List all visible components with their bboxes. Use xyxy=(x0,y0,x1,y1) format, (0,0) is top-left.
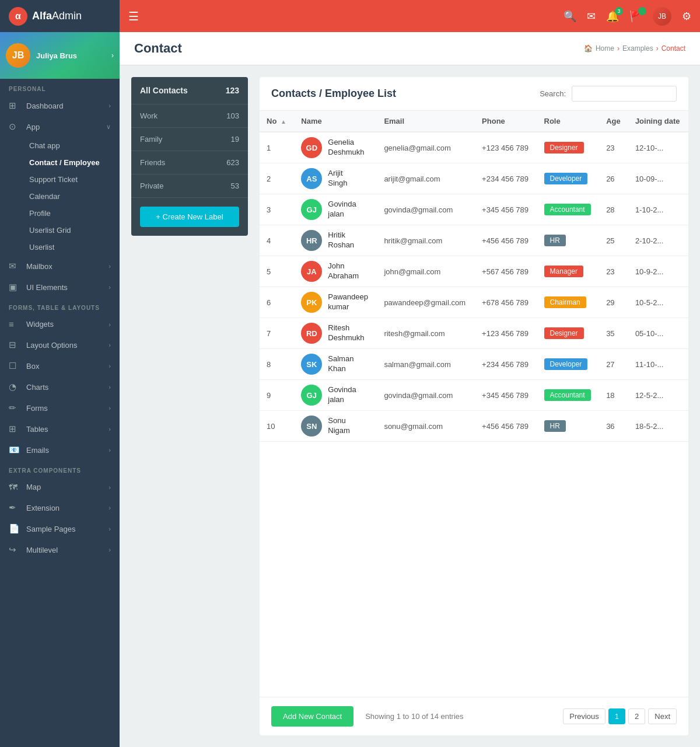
create-label-button[interactable]: + Create New Label xyxy=(140,207,239,227)
sidebar-item-forms[interactable]: ✏ Forms › xyxy=(0,397,120,418)
cell-joining-10: 18-5-2... xyxy=(628,411,688,442)
flag-icon[interactable]: 🚩 xyxy=(629,10,642,23)
table-row[interactable]: 3 GJ Govindajalan govinda@gmail.com +345… xyxy=(260,194,688,225)
emp-name-2: ArijitSingh xyxy=(328,169,347,189)
col-name[interactable]: Name xyxy=(294,111,377,132)
cell-joining-7: 05-10-... xyxy=(628,318,688,349)
role-badge-3: Accountant xyxy=(544,204,591,215)
dashboard-label: Dashboard xyxy=(26,102,64,110)
header-right: ☰ 🔍 ✉ 🔔 3 🚩 JB ⚙ xyxy=(120,7,700,26)
category-friends[interactable]: Friends 623 xyxy=(131,151,248,174)
sidebar-item-emails[interactable]: 📧 Emails › xyxy=(0,439,120,460)
widgets-icon: ≡ xyxy=(9,319,22,329)
table-row[interactable]: 2 AS ArijitSingh arijit@gmail.com +234 4… xyxy=(260,163,688,194)
search-label: Search: xyxy=(540,89,566,98)
col-age[interactable]: Age xyxy=(599,111,628,132)
search-input[interactable] xyxy=(572,86,677,102)
category-work[interactable]: Work 103 xyxy=(131,104,248,128)
layout-arrow: › xyxy=(108,341,111,348)
settings-icon[interactable]: ⚙ xyxy=(682,10,691,23)
table-row[interactable]: 5 JA JohnAbraham john@gmail.com +567 456… xyxy=(260,256,688,287)
hamburger-icon[interactable]: ☰ xyxy=(128,9,139,23)
cell-role-3: Accountant xyxy=(537,194,600,225)
col-phone[interactable]: Phone xyxy=(475,111,537,132)
emp-avatar-1: GD xyxy=(301,137,322,158)
user-avatar-header[interactable]: JB xyxy=(653,7,671,26)
table-row[interactable]: 10 SN SonuNigam sonu@gmail.com +456 456 … xyxy=(260,411,688,442)
bell-icon[interactable]: 🔔 3 xyxy=(606,10,619,23)
app-label: App xyxy=(26,123,40,131)
cell-phone-8: +234 456 789 xyxy=(475,349,537,380)
table-row[interactable]: 9 GJ Govindajalan govinda@gmail.com +345… xyxy=(260,380,688,411)
col-joining[interactable]: Joining date xyxy=(628,111,688,132)
cell-age-7: 35 xyxy=(599,318,628,349)
sidebar-item-multilevel[interactable]: ↪ Multilevel › xyxy=(0,539,120,560)
emp-name-10: SonuNigam xyxy=(328,416,350,436)
sidebar-item-dashboard[interactable]: ⊞ Dashboard › xyxy=(0,95,120,116)
cell-role-1: Designer xyxy=(537,132,600,163)
sidebar-item-contact-employee[interactable]: Contact / Employee xyxy=(23,154,120,171)
table-row[interactable]: 6 PK Pawandeepkumar pawandeep@gmail.com … xyxy=(260,287,688,318)
cell-age-10: 36 xyxy=(599,411,628,442)
cell-no-7: 7 xyxy=(260,318,294,349)
friends-label: Friends xyxy=(140,158,165,167)
breadcrumb-examples[interactable]: Examples xyxy=(622,44,653,53)
sidebar-item-sample-pages[interactable]: 📄 Sample Pages › xyxy=(0,518,120,539)
sidebar-item-widgets[interactable]: ≡ Widgets › xyxy=(0,314,120,334)
sidebar-item-profile[interactable]: Profile xyxy=(23,205,120,222)
add-contact-button[interactable]: Add New Contact xyxy=(271,706,354,727)
sidebar-item-charts[interactable]: ◔ Charts › xyxy=(0,376,120,397)
category-private[interactable]: Private 53 xyxy=(131,174,248,198)
sidebar-item-userlist[interactable]: Userlist xyxy=(23,239,120,256)
page-1-button[interactable]: 1 xyxy=(608,708,625,724)
table-row[interactable]: 1 GD GeneliaDeshmukh genelia@gmail.com +… xyxy=(260,132,688,163)
cell-age-9: 18 xyxy=(599,380,628,411)
sidebar-item-ui-elements[interactable]: ▣ UI Elements › xyxy=(0,277,120,298)
sidebar-item-calendar[interactable]: Calendar xyxy=(23,188,120,205)
col-email[interactable]: Email xyxy=(377,111,475,132)
page-2-button[interactable]: 2 xyxy=(628,708,645,724)
sidebar-item-chat-app[interactable]: Chat app xyxy=(23,137,120,154)
sidebar-item-support-ticket[interactable]: Support Ticket xyxy=(23,171,120,188)
cell-joining-9: 12-5-2... xyxy=(628,380,688,411)
map-arrow: › xyxy=(108,484,111,491)
widgets-label: Widgets xyxy=(26,320,54,329)
prev-page-button[interactable]: Previous xyxy=(563,708,606,724)
table-row[interactable]: 8 SK SalmanKhan salman@gmail.com +234 45… xyxy=(260,349,688,380)
search-icon[interactable]: 🔍 xyxy=(564,10,576,23)
sidebar-item-tables[interactable]: ⊞ Tables › xyxy=(0,418,120,439)
sidebar-item-box[interactable]: ☐ Box › xyxy=(0,355,120,376)
cell-role-8: Developer xyxy=(537,349,600,380)
table-row[interactable]: 7 RD RiteshDeshmukh ritesh@gmail.com +12… xyxy=(260,318,688,349)
cell-name-2: AS ArijitSingh xyxy=(294,163,377,194)
ui-elements-icon: ▣ xyxy=(9,282,22,292)
cell-email-8: salman@gmail.com xyxy=(377,349,475,380)
user-panel[interactable]: JB Juliya Brus › xyxy=(0,32,120,79)
ui-elements-arrow: › xyxy=(108,284,111,291)
sidebar-item-layout-options[interactable]: ⊟ Layout Options › xyxy=(0,334,120,355)
sidebar-item-map[interactable]: 🗺 Map › xyxy=(0,477,120,497)
sidebar-item-app[interactable]: ⊙ App ∨ xyxy=(0,116,120,137)
cell-name-6: PK Pawandeepkumar xyxy=(294,287,377,318)
cell-age-5: 23 xyxy=(599,256,628,287)
table-row[interactable]: 4 HR HritikRoshan hritik@gmail.com +456 … xyxy=(260,225,688,256)
col-role[interactable]: Role xyxy=(537,111,600,132)
col-no[interactable]: No ▲ xyxy=(260,111,294,132)
mail-icon[interactable]: ✉ xyxy=(587,10,596,23)
category-family[interactable]: Family 19 xyxy=(131,128,248,151)
cell-phone-6: +678 456 789 xyxy=(475,287,537,318)
breadcrumb-home[interactable]: Home xyxy=(596,44,614,53)
notification-badge: 3 xyxy=(615,7,623,15)
cell-joining-4: 2-10-2... xyxy=(628,225,688,256)
sidebar-item-extension[interactable]: ✒ Extension › xyxy=(0,497,120,518)
next-page-button[interactable]: Next xyxy=(648,708,677,724)
cell-email-3: govinda@gmail.com xyxy=(377,194,475,225)
layout-label: Layout Options xyxy=(26,341,77,350)
all-contacts-count: 123 xyxy=(226,86,239,95)
content-header: Contact 🏠 Home › Examples › Contact xyxy=(120,32,700,65)
sidebar-item-mailbox[interactable]: ✉ Mailbox › xyxy=(0,256,120,277)
emails-label: Emails xyxy=(26,446,49,455)
breadcrumb-current: Contact xyxy=(662,44,685,53)
cell-no-4: 4 xyxy=(260,225,294,256)
sidebar-item-userlist-grid[interactable]: Userlist Grid xyxy=(23,222,120,239)
